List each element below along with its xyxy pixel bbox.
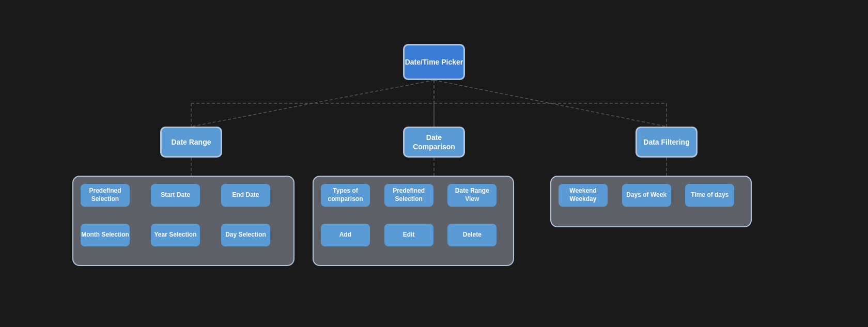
day-selection-node[interactable]: Day Selection <box>221 224 270 246</box>
node-date-range[interactable]: Date Range <box>160 127 222 158</box>
comp-predefined-selection-node[interactable]: Predefined Selection <box>384 184 433 207</box>
node-date-comparison[interactable]: Date Comparison <box>403 127 465 158</box>
time-of-days-node[interactable]: Time of days <box>685 184 734 207</box>
node-data-filtering[interactable]: Data Filtering <box>636 127 698 158</box>
root-node[interactable]: Date/Time Picker <box>403 44 465 80</box>
svg-line-2 <box>434 80 667 127</box>
year-selection-node[interactable]: Year Selection <box>151 224 200 246</box>
types-of-comparison-node[interactable]: Types of comparison <box>321 184 370 207</box>
svg-line-0 <box>191 80 434 127</box>
delete-node[interactable]: Delete <box>447 224 497 246</box>
data-filtering-group: Weekend Weekday Days of Week Time of day… <box>550 176 752 227</box>
date-range-view-node[interactable]: Date Range View <box>447 184 497 207</box>
root-label: Date/Time Picker <box>405 57 463 67</box>
date-comparison-label: Date Comparison <box>405 133 463 151</box>
days-of-week-node[interactable]: Days of Week <box>622 184 671 207</box>
add-node[interactable]: Add <box>321 224 370 246</box>
edit-node[interactable]: Edit <box>384 224 433 246</box>
date-range-group: Predefined Selection Start Date End Date… <box>72 176 295 266</box>
predefined-selection-node[interactable]: Predefined Selection <box>81 184 130 207</box>
start-date-node[interactable]: Start Date <box>151 184 200 207</box>
end-date-node[interactable]: End Date <box>221 184 270 207</box>
diagram-container: Date/Time Picker Date Range Date Compari… <box>0 0 868 327</box>
weekend-weekday-node[interactable]: Weekend Weekday <box>559 184 608 207</box>
month-selection-node[interactable]: Month Selection <box>81 224 130 246</box>
date-comparison-group: Types of comparison Predefined Selection… <box>313 176 514 266</box>
date-range-label: Date Range <box>171 137 211 147</box>
data-filtering-label: Data Filtering <box>643 137 689 147</box>
